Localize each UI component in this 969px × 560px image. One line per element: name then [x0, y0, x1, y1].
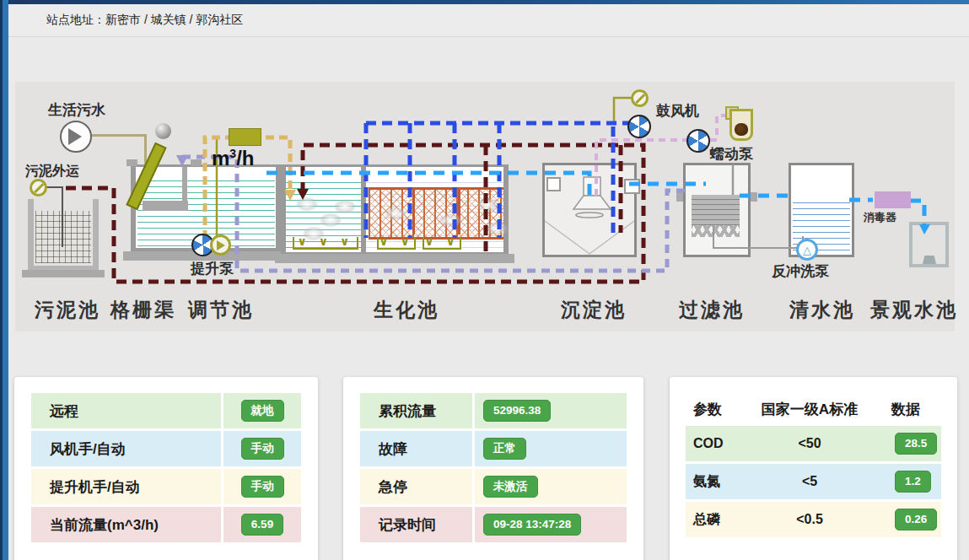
bio-bay-post-2: [458, 187, 460, 234]
param-standard: <0.5: [796, 512, 823, 527]
left-border-blue: [3, 0, 8, 560]
status-badge: 手动: [241, 438, 284, 460]
lift-pump-label: 提升泵: [191, 259, 234, 278]
lift-pump-valve-icon: [210, 234, 231, 256]
table-row: COD <50 28.5: [686, 426, 941, 461]
inflow-label: 生活污水: [48, 100, 105, 120]
value-badge: 1.2: [895, 471, 931, 493]
tank-label-clearwater: 清水池: [789, 297, 855, 323]
diffuser-tray-2: ∨ ∨: [377, 237, 416, 250]
value-badge: 0.26: [895, 509, 937, 530]
filter-nozzle-teeth: [692, 225, 740, 237]
col-header-standard: 国家一级A标准: [762, 400, 858, 419]
flow-unit-label: m3/h: [212, 147, 254, 170]
bio-tank-base: [275, 254, 514, 263]
foam-cloud: [295, 197, 319, 212]
tank-label-landscape: 景观水池: [870, 297, 958, 323]
blower-valve-icon: [631, 89, 649, 107]
tank-label-regulation: 调节池: [188, 297, 254, 323]
diffuser-tray-1: ∨ ∨ ∨: [293, 237, 358, 250]
diffuser-tray-3: ∨ ∨: [423, 237, 461, 250]
pump-triangle: [68, 128, 82, 145]
col-header-param: 参数: [693, 400, 722, 419]
param-standard: <5: [802, 474, 817, 489]
param-name: 氨氮: [693, 473, 720, 491]
sludge-tank-base: [22, 270, 105, 277]
foam-cloud: [485, 221, 509, 236]
peristaltic-fan-icon: [686, 129, 710, 153]
foam-cloud: [384, 206, 407, 221]
dosing-beaker-icon: [729, 109, 753, 141]
status-badge: 未激活: [483, 476, 538, 498]
row-label: 累积流量: [360, 401, 436, 421]
foam-cloud: [319, 213, 342, 228]
site-address-bar: 站点地址：新密市 / 城关镇 / 郭沟社区: [8, 4, 969, 37]
tank-label-bio: 生化池: [374, 297, 439, 323]
status-card: 累积流量 52996.38 故障 正常 急停 未激活 记录时间 09-28 13…: [343, 377, 643, 560]
landscape-pond: [909, 222, 949, 267]
peristaltic-pump-label: 蠕动泵: [710, 144, 753, 164]
table-row: 总磷 <0.5 0.26: [686, 502, 941, 537]
inflow-pipe-h: [89, 134, 146, 137]
disinfector-label: 消毒器: [864, 210, 896, 225]
row-label: 故障: [360, 439, 407, 459]
dosing-liquid: [735, 123, 748, 136]
quality-card: 参数 国家一级A标准 数据 COD <50 28.5 氨氮 <5 1.2 总磷 …: [670, 377, 957, 560]
status-badge: 就地: [241, 400, 284, 422]
table-row: 记录时间 09-28 13:47:28: [360, 507, 627, 542]
disinfector-box: [875, 191, 911, 208]
table-row: 风机手/自动 手动: [31, 431, 301, 466]
table-row: 提升机手/自动 手动: [31, 469, 301, 504]
row-label: 急停: [360, 477, 407, 497]
col-header-data: 数据: [891, 400, 920, 419]
sed-outlet-box: [624, 179, 640, 194]
backwash-pump-icon: △: [796, 239, 818, 261]
control-card: 远程 就地 风机手/自动 手动 提升机手/自动 手动 当前流量(m^3/h) 6…: [14, 377, 318, 560]
value-badge: 28.5: [895, 433, 937, 455]
param-name: COD: [693, 436, 724, 451]
flow-meter-box: [229, 128, 261, 146]
table-row: 故障 正常: [360, 431, 627, 466]
filter-tank: [683, 163, 751, 257]
inflow-pump-icon: [60, 121, 92, 153]
status-badge: 手动: [241, 476, 284, 498]
backwash-pump-label: 反冲洗泵: [772, 261, 829, 281]
row-label: 当前流量(m^3/h): [31, 515, 159, 535]
tank-label-sediment: 沉淀池: [561, 297, 627, 323]
tank-flange-left: [127, 159, 137, 166]
blower-label: 鼓风机: [656, 101, 699, 121]
tank-label-filter: 过滤池: [679, 297, 745, 323]
table-row: 远程 就地: [31, 393, 301, 428]
sed-inlet-box: [546, 177, 561, 191]
sludge-grid: [35, 211, 91, 263]
blower-fan-icon: [627, 115, 651, 138]
timestamp-badge: 09-28 13:47:28: [483, 514, 581, 536]
screen-chamber-floor: [143, 201, 188, 211]
value-badge: 6.59: [241, 514, 283, 536]
row-label: 风机手/自动: [31, 439, 126, 459]
screen-chamber-wall: [182, 167, 187, 211]
value-badge: 52996.38: [483, 400, 551, 422]
filter-tab-left: [676, 192, 683, 202]
foam-cloud: [333, 199, 357, 214]
row-label: 远程: [31, 401, 78, 421]
row-label: 提升机手/自动: [31, 477, 140, 497]
row-label: 记录时间: [360, 515, 436, 535]
table-row: 急停 未激活: [360, 469, 627, 504]
table-row: 氨氮 <5 1.2: [686, 464, 941, 499]
filter-tab-right: [751, 192, 757, 202]
param-name: 总磷: [693, 511, 720, 529]
bio-bay-post-1: [412, 187, 415, 234]
valve-triangle: [217, 240, 225, 250]
tank-flange-right: [191, 159, 202, 166]
table-row: 当前流量(m^3/h) 6.59: [31, 507, 301, 542]
foam-cloud: [476, 197, 500, 213]
app-root: 站点地址：新密市 / 城关镇 / 郭沟社区 生活污水 污泥外运 m3/h: [0, 0, 969, 560]
foam-cloud: [439, 213, 462, 228]
sludge-tank: [28, 199, 99, 272]
sludge-out-label: 污泥外运: [25, 163, 79, 180]
param-standard: <50: [798, 436, 821, 451]
tank-label-sludge: 污泥池: [35, 297, 100, 323]
status-badge: 正常: [483, 438, 526, 460]
tank-label-screen: 格栅渠: [110, 297, 176, 323]
